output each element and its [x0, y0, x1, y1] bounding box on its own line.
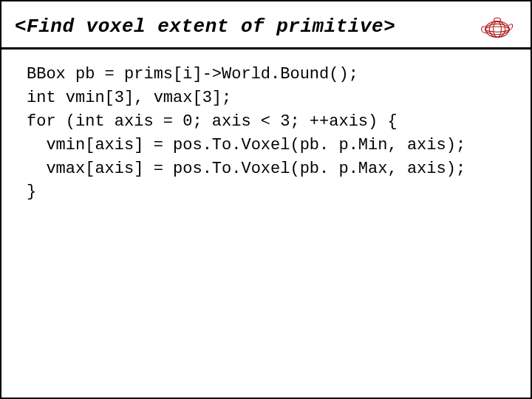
slide-header: <Find voxel extent of primitive>	[1, 1, 531, 50]
code-line: int vmin[3], vmax[3];	[27, 86, 505, 110]
teapot-logo-icon	[477, 10, 517, 43]
code-line: vmin[axis] = pos.To.Voxel(pb. p.Min, axi…	[27, 134, 505, 157]
svg-point-2	[485, 27, 509, 32]
code-line: }	[27, 180, 505, 204]
code-line: vmax[axis] = pos.To.Voxel(pb. p.Max, axi…	[27, 157, 505, 181]
code-line: for (int axis = 0; axis < 3; ++axis) {	[27, 110, 505, 134]
slide-title: <Find voxel extent of primitive>	[15, 16, 395, 38]
code-line: BBox pb = prims[i]->World.Bound();	[27, 63, 505, 86]
svg-point-1	[485, 24, 509, 34]
code-block: BBox pb = prims[i]->World.Bound(); int v…	[1, 50, 531, 217]
